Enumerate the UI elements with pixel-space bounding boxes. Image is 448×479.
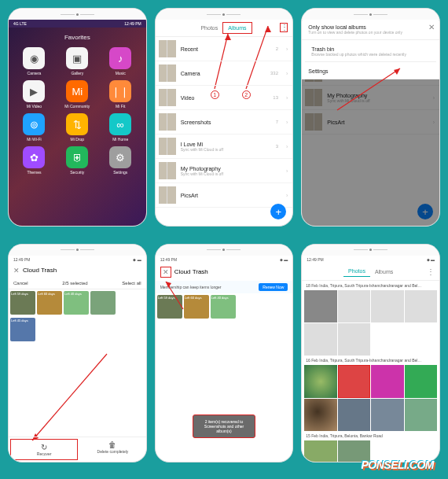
select-all-button[interactable]: Select all <box>122 281 141 286</box>
thumb-item[interactable]: Left 45 days <box>10 318 35 341</box>
recover-button[interactable]: ↻Recover <box>10 439 78 460</box>
photo[interactable] <box>405 365 437 397</box>
date-header: 16 Feb India, Tripura, South Tripura-Ish… <box>302 356 439 365</box>
photo[interactable] <box>304 399 336 431</box>
more-icon[interactable]: ⋮ <box>280 23 288 32</box>
photo[interactable] <box>338 323 370 356</box>
photo[interactable] <box>304 290 336 322</box>
photo[interactable] <box>338 365 370 397</box>
close-icon[interactable]: ✕ <box>160 267 171 278</box>
more-icon[interactable]: ⋮ <box>427 267 435 276</box>
close-icon[interactable]: ✕ <box>13 267 20 275</box>
photo[interactable] <box>371 399 403 431</box>
app-themes[interactable]: ✿ Themes <box>23 146 45 175</box>
album-row[interactable]: Screenshots 7› <box>156 110 293 134</box>
album-row[interactable]: Camera 332› <box>156 61 293 86</box>
svg-marker-9 <box>166 282 171 288</box>
app-mi video[interactable]: ▶ Mi Video <box>23 80 45 109</box>
photo[interactable] <box>405 290 437 322</box>
cancel-button[interactable]: Cancel <box>13 281 28 286</box>
app-settings[interactable]: ⚙ Settings <box>109 146 131 175</box>
photo[interactable] <box>371 290 403 322</box>
app-mi drop[interactable]: ⇅ Mi Drop <box>66 113 88 142</box>
photo[interactable] <box>405 399 437 431</box>
photo[interactable] <box>304 365 336 397</box>
app-mi community[interactable]: Mi Mi Community <box>64 80 90 109</box>
delete-button[interactable]: 🗑Delete completely <box>79 437 145 462</box>
thumb-item[interactable]: Left 59 days <box>10 291 35 315</box>
photo[interactable] <box>304 323 336 356</box>
date-header: 18 Feb India, Tripura, South Tripura-Ish… <box>302 281 439 290</box>
panel-home: 4G LTE 12:49 PM Favorites ◉ Camera ▣ Gal… <box>8 8 147 227</box>
photo[interactable] <box>338 290 370 322</box>
toast-message: 2 item(s) recovered to Screenshots and o… <box>193 415 255 438</box>
photo[interactable] <box>371 365 403 397</box>
thumb-item[interactable]: Left 60 days <box>184 295 209 319</box>
app-mi home[interactable]: ∞ Mi Home <box>109 113 131 142</box>
renew-button[interactable]: Renew Now <box>259 283 288 291</box>
app-camera[interactable]: ◉ Camera <box>23 47 45 76</box>
svg-line-6 <box>32 354 107 440</box>
selection-count: 2/5 selected <box>62 281 87 286</box>
svg-line-4 <box>337 68 400 110</box>
app-security[interactable]: ⛨ Security <box>66 146 88 175</box>
app-mi wi-fi[interactable]: ⊚ Mi Wi-Fi <box>23 113 45 142</box>
photo[interactable] <box>304 440 336 461</box>
app-mi fit[interactable]: ❘❘ Mi Fit <box>109 80 131 109</box>
options-sheet: ✕ Only show local albumsTurn on to view … <box>302 20 439 79</box>
option-local-albums[interactable]: Only show local albumsTurn on to view an… <box>302 20 439 40</box>
panel-photos-recovered: 12:49 PM◆ ▬ Photos Albums ⋮ 18 Feb India… <box>301 244 440 462</box>
date-header: 15 Feb India, Tripura, Belonia, Bankar R… <box>302 431 439 440</box>
panel-albums: Photos Albums ⋮ 1 2 Recent 2› Camera 332… <box>155 8 294 227</box>
time: 12:49 PM <box>124 21 141 26</box>
tab-photos[interactable]: Photos <box>343 266 370 277</box>
thumb-item[interactable] <box>90 291 116 315</box>
album-row[interactable]: Recent 2› <box>156 37 293 61</box>
home-title: Favorites <box>13 34 141 41</box>
panel-sheet: PhotosAlbums Screenshots 7› I Love MiSyn… <box>301 8 440 227</box>
thumb-item[interactable]: Left 40 days <box>64 291 89 315</box>
album-row[interactable]: Video 13› <box>156 86 293 110</box>
album-row[interactable]: I Love MiSync with Mi Cloud is off 3› <box>156 134 293 159</box>
carrier: 4G LTE <box>13 21 27 26</box>
watermark: PONSELI.COM <box>361 459 434 471</box>
panel-cloud-trash-toast: 12:49 PM◆ ▬ ✕Cloud Trash Membership can … <box>155 244 294 462</box>
tab-photos[interactable]: Photos <box>196 23 222 33</box>
svg-marker-3 <box>265 26 271 32</box>
thumb-item[interactable]: Left 60 days <box>37 291 62 315</box>
album-row[interactable]: PicsArt › <box>156 183 293 208</box>
panel-cloud-trash-select: 12:49 PM◆ ▬ ✕Cloud Trash Cancel 2/5 sele… <box>8 244 147 462</box>
app-gallery[interactable]: ▣ Gallery <box>66 47 88 76</box>
photo[interactable] <box>338 399 370 431</box>
albums-topbar: Photos Albums ⋮ 1 2 <box>156 20 293 37</box>
option-trash-bin[interactable]: Trash binBrowse backed up photos which w… <box>305 42 436 62</box>
tab-albums[interactable]: Albums <box>370 267 398 277</box>
cloud-trash-title: Cloud Trash <box>23 267 57 274</box>
app-music[interactable]: ♪ Music <box>109 47 131 76</box>
album-row[interactable]: My PhotographySync with Mi Cloud is off … <box>156 159 293 183</box>
thumb-item[interactable]: Left 40 days <box>211 295 236 319</box>
